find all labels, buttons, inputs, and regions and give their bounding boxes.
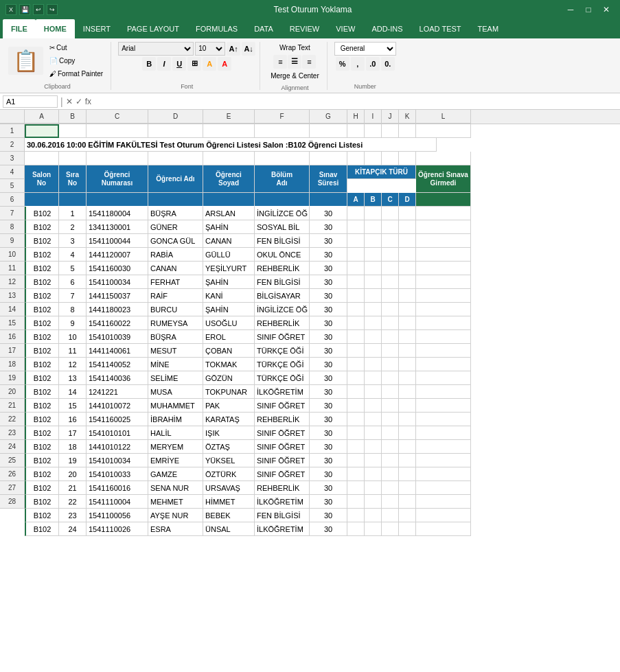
cell-l24[interactable] — [416, 467, 471, 481]
cell-h22[interactable] — [347, 440, 365, 454]
cell-soyad-13[interactable]: USOĞLU — [203, 316, 255, 330]
cell-i6[interactable] — [365, 220, 382, 234]
confirm-formula-icon[interactable]: ✓ — [76, 97, 82, 106]
cell-sure-18[interactable]: 30 — [310, 385, 347, 399]
cell-i5[interactable] — [365, 207, 382, 220]
row-header-3[interactable]: 3 — [0, 152, 25, 165]
cell-sure-21[interactable]: 30 — [310, 426, 347, 440]
cell-bolum-14[interactable]: SINIF ÖĞRET — [255, 330, 310, 344]
header-kit-b[interactable]: B — [365, 193, 382, 207]
cell-h9[interactable] — [347, 262, 365, 275]
cell-j20[interactable] — [382, 413, 399, 426]
cell-bolum-19[interactable]: SINIF ÖĞRET — [255, 399, 310, 413]
cell-id-21[interactable]: 1541010101 — [87, 426, 148, 440]
tab-team[interactable]: TEAM — [470, 19, 507, 38]
cell-soyad-8[interactable]: GÜLLÜ — [203, 248, 255, 262]
cell-sira-8[interactable]: 4 — [59, 248, 87, 262]
cell-sira-23[interactable]: 19 — [59, 454, 87, 467]
font-color-button[interactable]: A — [218, 57, 231, 71]
cell-sira-26[interactable]: 22 — [59, 495, 87, 509]
cell-sira-21[interactable]: 17 — [59, 426, 87, 440]
cell-ad-9[interactable]: CANAN — [148, 262, 203, 275]
fill-color-button[interactable]: A — [203, 57, 216, 71]
cell-l4b[interactable] — [416, 193, 471, 207]
cell-k10[interactable] — [399, 275, 416, 289]
cell-id-26[interactable]: 1541110004 — [87, 495, 148, 509]
cell-sure-8[interactable]: 30 — [310, 248, 347, 262]
cell-h12[interactable] — [347, 303, 365, 316]
cell-bolum-22[interactable]: SINIF ÖĞRET — [255, 440, 310, 454]
cell-sure-16[interactable]: 30 — [310, 358, 347, 371]
col-header-l[interactable]: L — [416, 110, 471, 124]
italic-button[interactable]: I — [157, 57, 171, 71]
cell-id-18[interactable]: 1241221 — [87, 385, 148, 399]
cell-ad-24[interactable]: GAMZE — [148, 467, 203, 481]
row-header-21[interactable]: 21 — [0, 399, 25, 413]
cell-id-12[interactable]: 1441180023 — [87, 303, 148, 316]
cell-soyad-26[interactable]: HİMMET — [203, 495, 255, 509]
cell-l26[interactable] — [416, 495, 471, 509]
cell-soyad-11[interactable]: KANİ — [203, 289, 255, 303]
cell-soyad-23[interactable]: YÜKSEL — [203, 454, 255, 467]
cell-i12[interactable] — [365, 303, 382, 316]
cell-bolum-13[interactable]: REHBERLİK — [255, 316, 310, 330]
cell-h15[interactable] — [347, 344, 365, 358]
row-header-15[interactable]: 15 — [0, 316, 25, 330]
cell-k5[interactable] — [399, 207, 416, 220]
cell-bolum-26[interactable]: İLKÖĞRETİM — [255, 495, 310, 509]
cell-h23[interactable] — [347, 454, 365, 467]
cell-id-9[interactable]: 1541160030 — [87, 262, 148, 275]
cell-k21[interactable] — [399, 426, 416, 440]
tab-loadtest[interactable]: LOAD TEST — [411, 19, 470, 38]
row-header-16[interactable]: 16 — [0, 330, 25, 344]
cell-id-11[interactable]: 1441150037 — [87, 289, 148, 303]
cell-bolum-11[interactable]: BİLGİSAYAR — [255, 289, 310, 303]
cell-k28[interactable] — [399, 522, 416, 536]
cell-k18[interactable] — [399, 385, 416, 399]
cell-i27[interactable] — [365, 509, 382, 522]
cell-j1[interactable] — [382, 124, 399, 138]
cell-ad-22[interactable]: MERYEM — [148, 440, 203, 454]
cell-a4b[interactable] — [25, 193, 59, 207]
cell-bolum-25[interactable]: REHBERLİK — [255, 481, 310, 495]
col-header-c[interactable]: C — [87, 110, 148, 124]
cell-g1[interactable] — [310, 124, 347, 138]
cell-h8[interactable] — [347, 248, 365, 262]
cell-j17[interactable] — [382, 371, 399, 385]
cell-sira-11[interactable]: 7 — [59, 289, 87, 303]
header-ogrenci-adi[interactable]: Öğrenci Adı — [148, 165, 203, 193]
cell-salon-25[interactable]: B102 — [25, 481, 59, 495]
cell-h20[interactable] — [347, 413, 365, 426]
cell-l20[interactable] — [416, 413, 471, 426]
cell-k15[interactable] — [399, 344, 416, 358]
header-ogrenci-sinava-girmedi[interactable]: Öğrenci SınavaGirmedi — [416, 165, 471, 193]
col-header-f[interactable]: F — [255, 110, 310, 124]
cell-reference-input[interactable] — [3, 95, 58, 108]
merge-center-button[interactable]: Merge & Center — [267, 70, 323, 82]
cell-sure-13[interactable]: 30 — [310, 316, 347, 330]
cell-l11[interactable] — [416, 289, 471, 303]
decrease-font-button[interactable]: A↓ — [242, 42, 255, 56]
cell-salon-8[interactable]: B102 — [25, 248, 59, 262]
minimize-button[interactable]: ─ — [562, 3, 579, 16]
header-kit-c[interactable]: C — [382, 193, 399, 207]
cell-id-27[interactable]: 1541100056 — [87, 509, 148, 522]
cell-h3[interactable] — [347, 152, 365, 165]
cell-j15[interactable] — [382, 344, 399, 358]
cell-sira-13[interactable]: 9 — [59, 316, 87, 330]
row-header-6[interactable]: 6 — [0, 193, 25, 207]
cell-l15[interactable] — [416, 344, 471, 358]
header-kit-d[interactable]: D — [399, 193, 416, 207]
cell-j10[interactable] — [382, 275, 399, 289]
header-salon-no[interactable]: SalonNo — [25, 165, 59, 193]
cell-id-17[interactable]: 1541140036 — [87, 371, 148, 385]
cell-sira-5[interactable]: 1 — [59, 207, 87, 220]
cell-ad-17[interactable]: SELİME — [148, 371, 203, 385]
cell-l18[interactable] — [416, 385, 471, 399]
cell-i15[interactable] — [365, 344, 382, 358]
row-header-23[interactable]: 23 — [0, 426, 25, 440]
cell-h17[interactable] — [347, 371, 365, 385]
cell-sure-15[interactable]: 30 — [310, 344, 347, 358]
header-sira-no[interactable]: SıraNo — [59, 165, 87, 193]
cell-salon-18[interactable]: B102 — [25, 385, 59, 399]
